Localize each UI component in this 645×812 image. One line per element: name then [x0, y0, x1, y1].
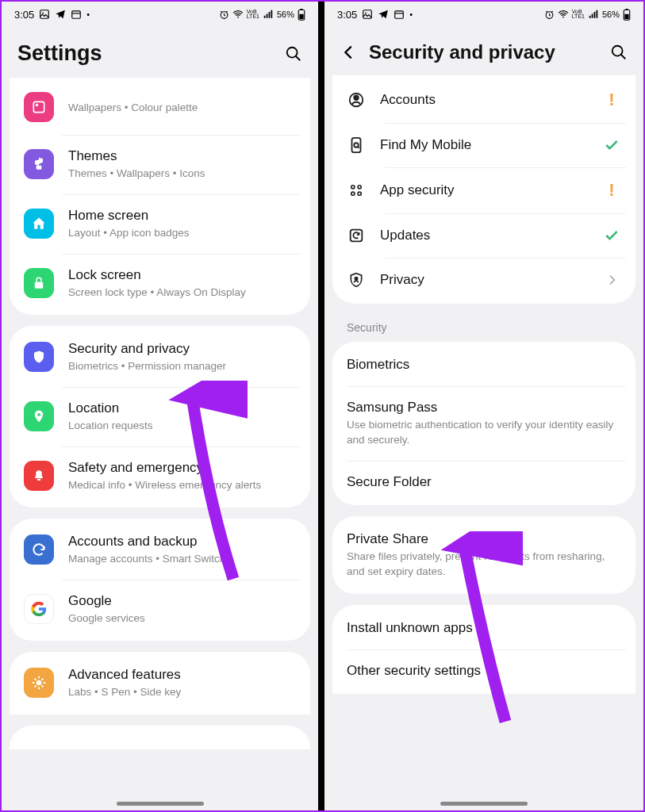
settings-row-lock[interactable]: Lock screenScreen lock type • Always On …	[10, 254, 310, 313]
section-header-security: Security	[332, 315, 635, 342]
back-icon[interactable]	[340, 44, 358, 61]
star-icon	[24, 668, 54, 698]
settings-row-advanced[interactable]: Advanced featuresLabs • S Pen • Side key	[10, 653, 310, 713]
themes-icon	[24, 149, 54, 179]
search-icon[interactable]	[610, 44, 628, 61]
battery-percent: 56%	[602, 10, 620, 19]
settings-row-security[interactable]: Security and privacyBiometrics • Permiss…	[10, 327, 310, 387]
lock-icon	[24, 268, 54, 298]
security-row-secure-folder[interactable]: Secure Folder	[332, 461, 635, 504]
google-icon	[24, 594, 54, 624]
status-bar: 3:05 • VoBLTE1 56%	[324, 2, 643, 27]
sync-icon	[24, 534, 54, 565]
settings-row-themes[interactable]: ThemesThemes • Wallpapers • Icons	[10, 135, 310, 194]
location-pin-icon	[24, 401, 54, 431]
svg-point-15	[37, 413, 40, 416]
settings-group: Security and privacyBiometrics • Permiss…	[10, 326, 310, 508]
svg-point-17	[36, 680, 42, 686]
svg-rect-20	[395, 11, 404, 18]
security-group: Install unknown apps Other security sett…	[332, 605, 635, 694]
security-row-accounts[interactable]: Accounts !	[332, 77, 635, 123]
security-row-privacy[interactable]: Privacy	[332, 258, 635, 302]
settings-subtitle: Themes • Wallpapers • Icons	[68, 167, 296, 182]
search-icon[interactable]	[285, 45, 302, 63]
security-row-findmobile[interactable]: Find My Mobile	[332, 123, 635, 167]
security-row-biometrics[interactable]: Biometrics	[332, 343, 635, 386]
svg-rect-0	[40, 10, 49, 19]
settings-title: Location	[68, 400, 296, 417]
security-overview-group: Accounts ! Find My Mobile App security !…	[332, 75, 635, 304]
settings-title: Lock screen	[68, 266, 296, 284]
svg-rect-7	[301, 9, 303, 10]
alert-icon: !	[602, 180, 621, 201]
status-bar: 3:05 • VoBLTE1 56%	[2, 2, 318, 27]
settings-subtitle: Screen lock type • Always On Display	[68, 285, 296, 301]
svg-rect-14	[35, 282, 44, 289]
grid-icon	[347, 181, 366, 200]
wifi-icon	[558, 9, 569, 20]
shield-icon	[24, 342, 54, 372]
volte-icon: VoBLTE1	[247, 10, 259, 18]
page-title: Security and privacy	[369, 41, 599, 63]
row-subtitle: Use biometric authentication to verify y…	[347, 418, 621, 448]
gesture-bar	[117, 802, 204, 806]
security-privacy-screen: 3:05 • VoBLTE1 56% Security and privacy	[321, 2, 643, 810]
svg-rect-25	[626, 9, 628, 10]
settings-subtitle: Labs • S Pen • Side key	[68, 685, 296, 700]
update-icon	[347, 226, 366, 245]
settings-title: Accounts and backup	[68, 533, 296, 550]
settings-row-wallpaper[interactable]: Wallpapers • Colour palette	[10, 79, 310, 135]
security-row-updates[interactable]: Updates	[332, 213, 635, 258]
security-row-install-unknown[interactable]: Install unknown apps	[332, 607, 635, 649]
settings-row-location[interactable]: LocationLocation requests	[10, 387, 310, 446]
calendar-icon	[394, 9, 405, 20]
row-label: Secure Folder	[347, 473, 621, 491]
settings-row-safety[interactable]: Safety and emergencyMedical info • Wirel…	[10, 446, 310, 506]
account-icon	[347, 90, 366, 109]
security-row-appsecurity[interactable]: App security !	[332, 167, 635, 213]
security-row-private-share[interactable]: Private ShareShare files privately, prev…	[332, 518, 635, 592]
svg-rect-2	[72, 11, 81, 18]
alert-icon: !	[602, 90, 621, 110]
settings-title: Home screen	[68, 207, 296, 224]
svg-point-27	[612, 46, 623, 56]
settings-subtitle: Biometrics • Permission manager	[68, 359, 296, 374]
row-label: Samsung Pass	[347, 399, 621, 416]
alarm-icon	[544, 10, 555, 20]
volte-icon: VoBLTE1	[572, 10, 585, 18]
row-label: Other security settings	[347, 662, 621, 680]
svg-point-12	[36, 104, 38, 106]
svg-point-1	[43, 12, 44, 13]
svg-rect-38	[351, 230, 363, 242]
svg-rect-31	[352, 138, 361, 152]
settings-subtitle: Location requests	[68, 419, 296, 434]
settings-row-home[interactable]: Home screenLayout • App icon badges	[10, 194, 310, 254]
svg-point-36	[351, 192, 355, 195]
settings-screen: 3:05 • VoBLTE1 56% Settings	[2, 2, 321, 810]
battery-icon	[298, 9, 305, 21]
calendar-icon	[71, 9, 82, 20]
row-label: App security	[380, 182, 588, 199]
svg-rect-16	[37, 479, 41, 481]
battery-icon	[623, 9, 631, 21]
settings-title: Security and privacy	[68, 340, 296, 358]
svg-point-34	[351, 186, 355, 189]
svg-line-10	[296, 56, 301, 60]
security-row-samsung-pass[interactable]: Samsung PassUse biometric authentication…	[332, 386, 635, 461]
settings-row-accounts[interactable]: Accounts and backupManage accounts • Sma…	[10, 520, 310, 580]
settings-group: Accounts and backupManage accounts • Sma…	[10, 519, 310, 641]
svg-point-9	[287, 47, 298, 57]
security-group: Biometrics Samsung PassUse biometric aut…	[332, 342, 635, 505]
row-label: Biometrics	[347, 356, 621, 373]
security-row-other-security[interactable]: Other security settings	[332, 649, 635, 692]
battery-percent: 56%	[277, 10, 294, 19]
settings-group	[10, 726, 310, 749]
image-icon	[362, 9, 373, 20]
svg-point-37	[358, 192, 361, 195]
telegram-icon	[55, 9, 66, 20]
privacy-shield-icon	[347, 270, 366, 289]
svg-line-33	[358, 147, 359, 148]
settings-row-google[interactable]: GoogleGoogle services	[10, 580, 310, 639]
check-icon	[602, 137, 621, 153]
settings-title: Themes	[68, 147, 296, 165]
